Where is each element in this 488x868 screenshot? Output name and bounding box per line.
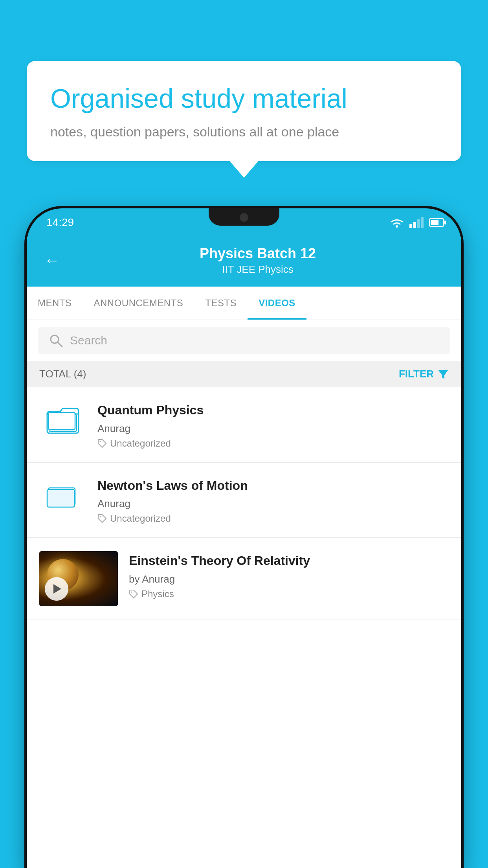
tab-tests[interactable]: TESTS [194, 287, 248, 320]
play-button[interactable] [45, 577, 68, 601]
video-author: by Anurag [129, 573, 449, 585]
bubble-subtitle: notes, question papers, solutions all at… [50, 124, 438, 140]
svg-rect-4 [421, 217, 424, 228]
battery-fill [431, 220, 438, 225]
signal-icon [409, 217, 424, 228]
tag-label: Physics [141, 588, 174, 600]
svg-point-15 [131, 591, 132, 592]
search-container: Search [27, 320, 461, 361]
status-icons [390, 217, 444, 228]
search-icon [49, 333, 63, 348]
svg-point-0 [396, 225, 398, 228]
back-button[interactable]: ← [44, 252, 60, 269]
phone-inner: ← Physics Batch 12 IIT JEE Physics MENTS… [27, 237, 461, 868]
total-count: TOTAL (4) [39, 368, 86, 380]
video-author: Anurag [97, 423, 449, 435]
search-box[interactable]: Search [38, 327, 450, 354]
tab-announcements[interactable]: ANNOUNCEMENTS [83, 287, 194, 320]
video-title: Quantum Physics [97, 402, 449, 419]
header-title: Physics Batch 12 [72, 245, 444, 262]
bubble-title: Organised study material [50, 83, 438, 115]
tag-icon [97, 439, 107, 448]
filter-button[interactable]: FILTER [399, 368, 449, 380]
tab-videos[interactable]: VIDEOS [248, 287, 306, 320]
svg-point-11 [100, 441, 101, 442]
video-info: Einstein's Theory Of Relativity by Anura… [129, 551, 449, 600]
speech-bubble-section: Organised study material notes, question… [27, 61, 461, 161]
wifi-icon [390, 217, 404, 228]
tabs-bar: MENTS ANNOUNCEMENTS TESTS VIDEOS [27, 287, 461, 320]
list-item[interactable]: Newton's Laws of Motion Anurag Uncategor… [27, 463, 461, 538]
folder-icon [45, 476, 81, 511]
header-subtitle: IIT JEE Physics [72, 263, 444, 276]
app-header: ← Physics Batch 12 IIT JEE Physics [27, 237, 461, 287]
video-thumbnail [39, 401, 86, 436]
video-list: Quantum Physics Anurag Uncategorized [27, 387, 461, 620]
svg-rect-13 [47, 489, 75, 507]
play-triangle-icon [53, 584, 61, 594]
video-info: Newton's Laws of Motion Anurag Uncategor… [97, 476, 449, 524]
tag-label: Uncategorized [110, 438, 171, 449]
phone-frame: 14:29 ← [27, 208, 461, 868]
video-tag: Physics [129, 588, 449, 600]
battery-icon [429, 218, 444, 227]
svg-point-14 [100, 516, 101, 517]
svg-rect-10 [48, 412, 75, 430]
svg-rect-3 [417, 219, 420, 228]
tab-ments[interactable]: MENTS [27, 287, 83, 320]
svg-marker-7 [438, 370, 448, 379]
camera-notch [240, 213, 248, 222]
speech-bubble-card: Organised study material notes, question… [27, 61, 461, 161]
search-placeholder: Search [70, 334, 107, 347]
filter-bar: TOTAL (4) FILTER [27, 361, 461, 387]
svg-rect-1 [409, 224, 412, 228]
video-tag: Uncategorized [97, 438, 449, 449]
svg-rect-2 [413, 222, 416, 228]
video-thumbnail [39, 551, 118, 606]
folder-icon [45, 401, 81, 436]
video-thumbnail [39, 476, 86, 511]
list-item[interactable]: Einstein's Theory Of Relativity by Anura… [27, 538, 461, 620]
list-item[interactable]: Quantum Physics Anurag Uncategorized [27, 387, 461, 463]
video-info: Quantum Physics Anurag Uncategorized [97, 401, 449, 449]
status-bar: 14:29 [27, 208, 461, 237]
tag-icon [129, 589, 138, 599]
video-title: Newton's Laws of Motion [97, 478, 449, 494]
svg-line-6 [58, 342, 62, 347]
filter-label: FILTER [399, 368, 434, 380]
tag-label: Uncategorized [110, 513, 171, 524]
status-time: 14:29 [46, 216, 74, 229]
header-title-group: Physics Batch 12 IIT JEE Physics [72, 245, 444, 276]
video-tag: Uncategorized [97, 513, 449, 524]
video-title: Einstein's Theory Of Relativity [129, 553, 449, 569]
filter-icon [438, 369, 449, 380]
tag-icon [97, 514, 107, 523]
video-author: Anurag [97, 498, 449, 510]
